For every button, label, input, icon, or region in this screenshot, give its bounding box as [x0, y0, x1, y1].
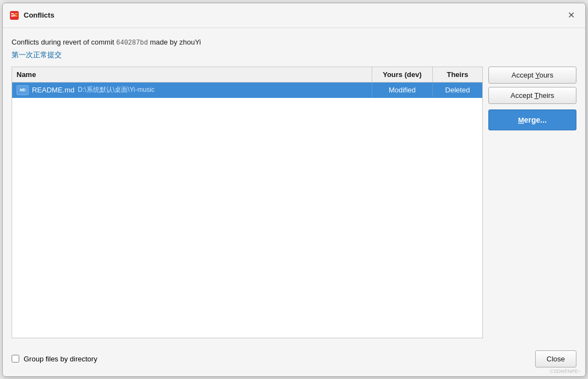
column-name: Name	[12, 67, 372, 82]
table-row[interactable]: MD README.md D:\系统默认\桌面\Yi-music Modifie…	[12, 83, 482, 98]
conflicts-dialog: Conflicts ✕ Conflicts during revert of c…	[2, 3, 586, 377]
main-area: Name Yours (dev) Theirs MD README.md D:\…	[12, 67, 576, 338]
svg-point-5	[13, 14, 15, 17]
file-name-cell: MD README.md D:\系统默认\桌面\Yi-music	[12, 83, 372, 98]
group-by-directory-label: Group files by directory	[24, 355, 97, 363]
close-button[interactable]: Close	[535, 350, 576, 367]
group-by-directory-checkbox[interactable]	[12, 355, 19, 362]
table-body: MD README.md D:\系统默认\桌面\Yi-music Modifie…	[12, 83, 482, 338]
svg-rect-1	[11, 13, 14, 14]
action-buttons: Accept Yours Accept Theirs Merge...	[488, 67, 576, 338]
theirs-status: Deleted	[433, 83, 482, 97]
group-by-directory-area: Group files by directory	[12, 355, 97, 363]
conflict-suffix: made by zhouYi	[148, 38, 201, 46]
conflicts-table: Name Yours (dev) Theirs MD README.md D:\…	[12, 67, 483, 338]
title-close-button[interactable]: ✕	[563, 8, 579, 23]
conflict-description: Conflicts during revert of commit 640287…	[12, 37, 576, 48]
title-bar: Conflicts ✕	[3, 3, 585, 28]
file-type-icon: MD	[17, 85, 29, 95]
footer: Group files by directory Close	[3, 345, 585, 376]
yours-status: Modified	[372, 83, 433, 97]
dialog-title: Conflicts	[24, 11, 563, 19]
conflict-text: Conflicts during revert of commit	[12, 38, 116, 46]
merge-button[interactable]: Merge...	[488, 109, 576, 130]
svg-rect-3	[15, 13, 18, 14]
commit-message: 第一次正常提交	[12, 50, 576, 60]
column-yours: Yours (dev)	[372, 67, 433, 82]
file-path: D:\系统默认\桌面\Yi-music	[78, 85, 155, 95]
accept-theirs-button[interactable]: Accept Theirs	[488, 87, 576, 104]
dialog-body: Conflicts during revert of commit 640287…	[3, 28, 585, 345]
column-theirs: Theirs	[433, 67, 482, 82]
accept-yours-button[interactable]: Accept Yours	[488, 67, 576, 84]
file-name: README.md	[32, 86, 74, 94]
app-icon	[9, 10, 19, 20]
commit-hash: 640287bd	[116, 39, 148, 47]
watermark: CSDN®NPE~	[550, 369, 581, 374]
table-header: Name Yours (dev) Theirs	[12, 67, 482, 83]
